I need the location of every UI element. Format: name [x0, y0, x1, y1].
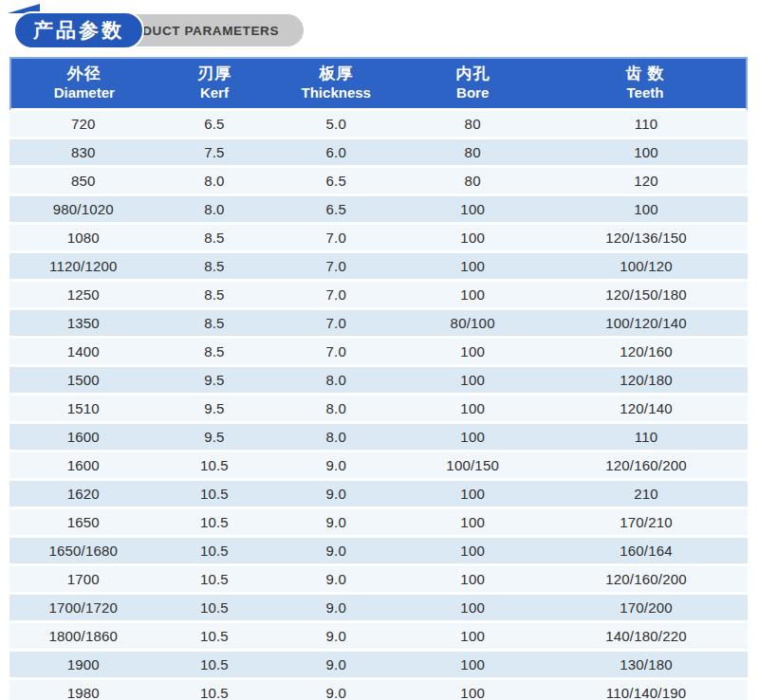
table-row: 1700/172010.59.0100170/200 — [9, 595, 748, 623]
table-row: 15009.58.0100120/180 — [9, 367, 748, 396]
column-header-en: Teeth — [545, 83, 746, 101]
table-cell: 830 — [9, 139, 157, 168]
table-cell: 7.0 — [271, 253, 400, 282]
table-cell: 6.5 — [271, 196, 400, 225]
table-cell: 140/180/220 — [545, 623, 748, 652]
table-cell: 1700 — [9, 566, 157, 595]
table-cell: 8.5 — [157, 225, 272, 253]
table-cell: 1600 — [9, 424, 157, 452]
table-cell: 6.5 — [157, 111, 272, 139]
table-cell: 100 — [400, 253, 545, 282]
column-header-teeth: 齿 数 Teeth — [545, 57, 748, 111]
table-cell: 100 — [400, 225, 545, 253]
column-header-zh: 板厚 — [271, 64, 400, 83]
title-zh-text: 产品参数 — [33, 17, 124, 44]
product-parameters-table: 外径 Diameter 刃厚 Kerf 板厚 Thickness 内孔 Bore… — [9, 57, 748, 700]
table-cell: 7.0 — [271, 225, 400, 253]
table-row: 16009.58.0100110 — [9, 424, 748, 452]
table-cell: 100 — [400, 481, 545, 509]
table-cell: 160/164 — [545, 538, 748, 566]
table-cell: 110/140/190 — [545, 680, 748, 700]
product-parameters-page: PRODUCT PARAMETERS 产品参数 外径 Diameter 刃厚 K… — [0, 0, 759, 700]
table-row: 7206.55.080110 — [9, 111, 748, 139]
table-cell: 9.0 — [271, 509, 400, 538]
table-cell: 120/160 — [545, 339, 748, 367]
table-cell: 5.0 — [271, 111, 400, 139]
table-cell: 9.0 — [271, 595, 400, 623]
table-cell: 9.0 — [271, 538, 400, 566]
table-cell: 80 — [400, 139, 545, 168]
table-cell: 100 — [400, 623, 545, 652]
table-cell: 9.0 — [271, 652, 400, 680]
table-cell: 9.5 — [157, 424, 272, 452]
table-cell: 1620 — [9, 481, 157, 509]
table-cell: 110 — [545, 111, 748, 139]
section-title-badge: PRODUCT PARAMETERS 产品参数 — [13, 11, 307, 49]
column-header-thickness: 板厚 Thickness — [271, 57, 400, 111]
table-cell: 8.0 — [157, 168, 272, 196]
table-cell: 1400 — [9, 339, 157, 367]
table-row: 162010.59.0100210 — [9, 481, 748, 509]
table-cell: 1980 — [9, 680, 157, 700]
table-row: 8508.06.580120 — [9, 168, 748, 196]
table-row: 980/10208.06.5100100 — [9, 196, 748, 225]
table-cell: 100 — [400, 509, 545, 538]
table-cell: 100 — [400, 538, 545, 566]
table-cell: 6.5 — [271, 168, 400, 196]
table-cell: 120/150/180 — [545, 282, 748, 310]
table-cell: 100 — [400, 424, 545, 452]
table-cell: 9.5 — [157, 367, 272, 396]
table-cell: 130/180 — [545, 652, 748, 680]
table-cell: 100 — [400, 396, 545, 424]
table-row: 15109.58.0100120/140 — [9, 396, 748, 424]
table-row: 165010.59.0100170/210 — [9, 509, 748, 538]
table-cell: 1650 — [9, 509, 157, 538]
table-cell: 120 — [545, 168, 748, 196]
table-cell: 10.5 — [157, 481, 272, 509]
table-cell: 7.0 — [271, 339, 400, 367]
table-cell: 9.0 — [271, 566, 400, 595]
column-header-zh: 内孔 — [400, 64, 545, 83]
table-cell: 80 — [400, 111, 545, 139]
table-row: 190010.59.0100130/180 — [9, 652, 748, 680]
table-cell: 9.5 — [157, 396, 272, 424]
table-cell: 7.0 — [271, 282, 400, 310]
table-cell: 10.5 — [157, 595, 272, 623]
table-body: 7206.55.0801108307.56.0801008508.06.5801… — [9, 111, 748, 700]
table-cell: 8.5 — [157, 310, 272, 339]
table-row: 160010.59.0100/150120/160/200 — [9, 452, 748, 481]
column-header-en: Bore — [400, 83, 545, 101]
table-cell: 8.0 — [271, 367, 400, 396]
table-row: 8307.56.080100 — [9, 139, 748, 168]
table-cell: 8.5 — [157, 282, 272, 310]
table-cell: 8.0 — [157, 196, 272, 225]
table-cell: 1250 — [9, 282, 157, 310]
table-cell: 80 — [400, 168, 545, 196]
table-cell: 1700/1720 — [9, 595, 157, 623]
table-cell: 110 — [545, 424, 748, 452]
table-row: 13508.57.080/100100/120/140 — [9, 310, 748, 339]
table-cell: 10.5 — [157, 652, 272, 680]
table-cell: 120/140 — [545, 396, 748, 424]
table-cell: 10.5 — [157, 538, 272, 566]
table-cell: 9.0 — [271, 680, 400, 700]
table-cell: 120/180 — [545, 367, 748, 396]
table-cell: 7.0 — [271, 310, 400, 339]
table-cell: 170/210 — [545, 509, 748, 538]
table-cell: 100 — [400, 367, 545, 396]
table-row: 1120/12008.57.0100100/120 — [9, 253, 748, 282]
table-cell: 120/160/200 — [545, 452, 748, 481]
table-row: 1650/168010.59.0100160/164 — [9, 538, 748, 566]
table-header-row: 外径 Diameter 刃厚 Kerf 板厚 Thickness 内孔 Bore… — [9, 57, 748, 111]
column-header-zh: 刃厚 — [157, 64, 272, 83]
table-cell: 100/150 — [400, 452, 545, 481]
table-cell: 720 — [9, 111, 157, 139]
table-cell: 9.0 — [271, 481, 400, 509]
table-cell: 980/1020 — [9, 196, 157, 225]
table-cell: 9.0 — [271, 452, 400, 481]
column-header-bore: 内孔 Bore — [400, 57, 545, 111]
table-cell: 10.5 — [157, 509, 272, 538]
table-cell: 120/136/150 — [545, 225, 748, 253]
table-cell: 100 — [400, 282, 545, 310]
table-row: 1800/186010.59.0100140/180/220 — [9, 623, 748, 652]
